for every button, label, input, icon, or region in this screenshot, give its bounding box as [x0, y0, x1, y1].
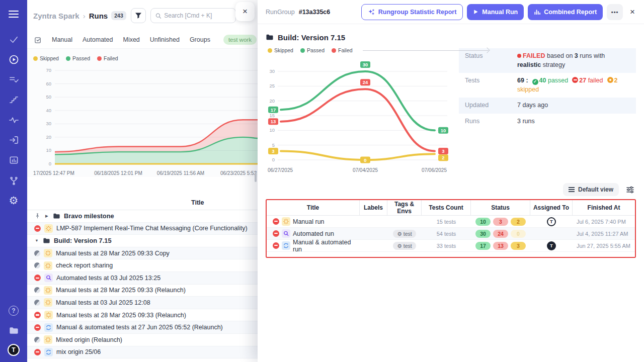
sidebar-item-milestones[interactable]	[8, 94, 20, 106]
chevron-down-icon[interactable]: ▼	[34, 238, 39, 243]
run-list-item[interactable]: Automated tests at 03 Jul 2025 13:25	[27, 272, 258, 285]
select-all-icon[interactable]	[34, 36, 42, 44]
hamburger-icon	[9, 14, 19, 15]
drawer-close-button[interactable]: ×	[627, 5, 636, 19]
failed-status-icon	[34, 349, 41, 355]
legend-passed[interactable]: Passed	[300, 47, 325, 53]
run-list-item[interactable]: check report sharing	[27, 259, 258, 272]
column-header[interactable]: Assigned To	[530, 200, 573, 215]
rungroup-trend-block: SkippedPassedFailed 05101520253030217301…	[266, 46, 450, 181]
trend-chart-legend: SkippedPassedFailed	[268, 47, 353, 53]
close-icon: ×	[630, 7, 635, 17]
sidebar-item-runs[interactable]	[8, 53, 20, 65]
svg-text:10: 10	[46, 147, 51, 153]
sidebar-item-projects[interactable]	[8, 324, 20, 336]
legend-passed[interactable]: Passed	[66, 55, 90, 61]
run-list-item[interactable]: mix origin 25/06	[27, 346, 258, 359]
tag-badge[interactable]: ⚙test	[393, 242, 416, 250]
run-list-item[interactable]: Manual tests at 03 Jul 2025 12:08	[27, 297, 258, 309]
tests-count-cell: 15 tests	[422, 219, 471, 225]
rungroup-run-row[interactable]: Automated run ⚙test 54 tests 30 24 0 Jul…	[267, 228, 635, 240]
svg-text:0: 0	[49, 161, 51, 166]
run-list-item[interactable]: LMP-587 Implement Real-Time Chat Messagi…	[27, 223, 258, 235]
scrollbar-thumb[interactable]	[255, 172, 257, 182]
tab-automated[interactable]: Automated	[83, 36, 113, 43]
tab-groups[interactable]: Groups	[190, 36, 210, 43]
rungroup-run-row[interactable]: Manual & automated run ⚙test 33 tests 17…	[267, 240, 635, 252]
sidebar-item-tests[interactable]	[8, 33, 20, 45]
tab-unfinished[interactable]: Unfinished	[150, 36, 180, 43]
filter-chip-test-work[interactable]: test work	[223, 35, 257, 45]
column-header[interactable]: Finished At	[573, 200, 635, 215]
svg-text:3: 3	[442, 148, 444, 154]
svg-text:30: 30	[46, 121, 51, 126]
drawer-close-floating-button[interactable]: ×	[235, 2, 255, 21]
failed-pill: 24	[493, 230, 508, 238]
table-settings-button[interactable]	[624, 184, 636, 196]
legend-failed[interactable]: Failed	[332, 47, 353, 53]
manual-run-icon	[44, 249, 52, 257]
status-cell: 30 24 0	[471, 230, 530, 238]
sidebar-item-import[interactable]	[8, 134, 20, 146]
failed-status-icon	[273, 242, 279, 249]
assignee-avatar: T	[547, 217, 556, 226]
sidebar-item-branches[interactable]	[8, 174, 20, 186]
folder-icon	[53, 212, 60, 220]
column-header[interactable]: Title	[267, 200, 360, 215]
statistic-report-button[interactable]: Rungroup Statistic Report	[361, 4, 463, 20]
group-row[interactable]: ▼Build: Version 7.15	[27, 235, 258, 247]
svg-text:30: 30	[363, 62, 368, 67]
column-header[interactable]: Labels	[360, 200, 387, 215]
sidebar-item-plans[interactable]	[8, 73, 20, 85]
search-input[interactable]	[164, 12, 231, 19]
svg-text:3: 3	[272, 148, 274, 154]
tab-mixed[interactable]: Mixed	[123, 36, 139, 43]
tag-badge[interactable]: ⚙test	[393, 230, 416, 238]
drawer-header: RunGroup #13a335c6 Rungroup Statistic Re…	[258, 0, 644, 24]
manual-run-icon	[44, 335, 52, 344]
sidebar-item-reports[interactable]	[8, 154, 20, 166]
legend-failed[interactable]: Failed	[97, 55, 118, 61]
rungroup-runs-table: TitleLabelsTags & EnvsTests CountStatusA…	[267, 200, 635, 252]
column-header[interactable]: Tags & Envs	[387, 200, 422, 215]
passed-check-icon: ✓	[532, 79, 538, 85]
page-header: Zyntra Spark › Runs 243	[27, 0, 258, 31]
more-actions-button[interactable]: •••	[607, 4, 623, 20]
column-header[interactable]: Status	[471, 200, 530, 215]
svg-text:07/04/2025: 07/04/2025	[353, 167, 378, 173]
run-list-item[interactable]: Manual tests at 28 Mar 2025 09:33 (Relau…	[27, 285, 258, 297]
rungroup-run-row[interactable]: Manual run 15 tests 10 3 2 T Jul 6, 2025…	[267, 216, 635, 228]
manual-run-button[interactable]: Manual Run	[467, 4, 524, 20]
tab-manual[interactable]: Manual	[52, 36, 72, 43]
milestone-row[interactable]: ▶Bravo milestone	[27, 210, 258, 223]
legend-skipped[interactable]: Skipped	[33, 55, 59, 61]
passed-pill: 17	[475, 242, 491, 250]
run-list-item[interactable]: Manual & automated tests at 27 Jun 2025 …	[27, 321, 258, 334]
column-header[interactable]: Tests Count	[422, 200, 471, 215]
filter-button[interactable]	[131, 8, 146, 23]
rungroup-summary: Status FAILED based on 3 runs with reali…	[459, 48, 636, 181]
user-avatar[interactable]: T	[8, 344, 20, 356]
assigned-cell: T	[530, 241, 573, 250]
breadcrumb-project[interactable]: Zyntra Spark	[33, 12, 79, 20]
legend-skipped[interactable]: Skipped	[268, 47, 293, 53]
run-list-item[interactable]: Mixed origin (Relaunch)	[27, 334, 258, 346]
combined-report-button[interactable]: Combined Report	[528, 4, 603, 20]
menu-button[interactable]	[8, 8, 20, 20]
svg-text:07/06/2025: 07/06/2025	[422, 167, 447, 173]
chevron-right-icon[interactable]: ▶	[44, 214, 49, 218]
in-progress-status-icon	[34, 300, 40, 306]
help-button[interactable]: ?	[8, 305, 20, 317]
run-list-item[interactable]: Manual tests at 28 Mar 2025 09:33 Copy	[27, 247, 258, 260]
runs-list-header: Title	[27, 195, 258, 210]
sidebar-item-activity[interactable]	[8, 114, 20, 126]
default-view-button[interactable]: Default view	[563, 183, 619, 196]
sidebar-item-settings[interactable]: ⚙	[8, 194, 20, 206]
title-column-header: Title	[191, 199, 204, 206]
svg-text:5: 5	[272, 142, 275, 148]
close-icon: ×	[243, 7, 248, 17]
run-list-item[interactable]: Manual tests at 28 Mar 2025 09:33 (Relau…	[27, 309, 258, 322]
in-progress-status-icon	[34, 287, 40, 293]
pulse-icon	[9, 115, 19, 125]
passed-pill: 30	[475, 230, 491, 238]
